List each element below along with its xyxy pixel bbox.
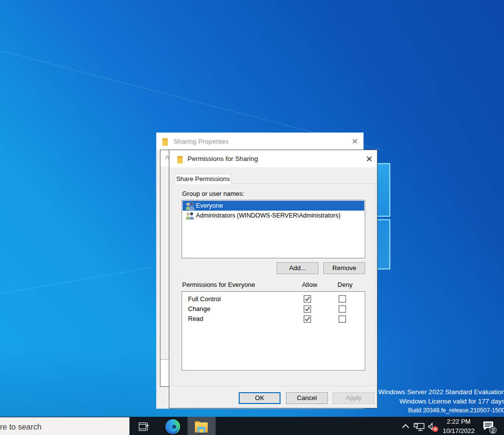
svg-text:2: 2 <box>491 427 495 434</box>
